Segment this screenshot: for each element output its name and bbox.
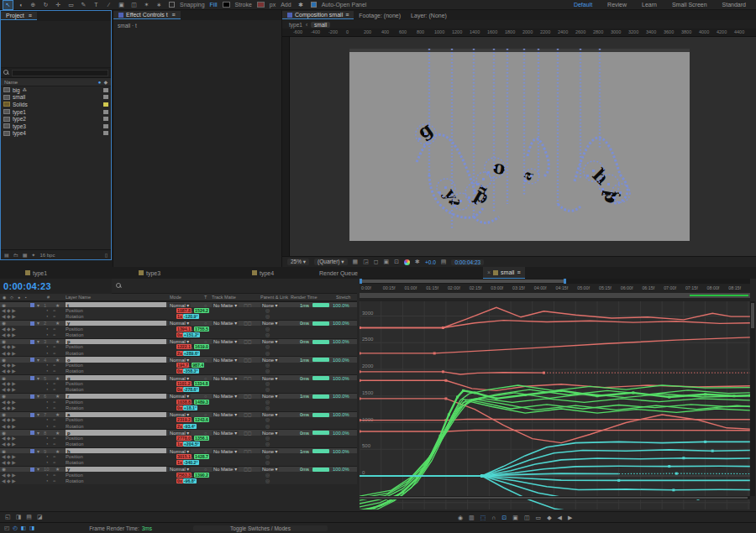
graph-include-icon[interactable]: ≈ — [53, 314, 60, 320]
graph-include-icon[interactable]: ≈ — [53, 472, 60, 478]
layer-row-4[interactable]: ◉▾4★oNormal ▾○No Matte ▾◻◻None ▾1ms100.0… — [0, 356, 357, 362]
column-header-stretch[interactable]: Stretch — [336, 295, 350, 300]
auto-open-checkbox[interactable] — [311, 2, 317, 8]
workspace-default[interactable]: Default — [574, 2, 592, 8]
snap-magnet-icon[interactable]: ∩ — [491, 515, 496, 520]
column-header-mode[interactable]: Mode — [170, 295, 181, 300]
rotation-values[interactable]: 1x+204.5° — [176, 442, 227, 447]
column-header-layername[interactable]: Layer Name — [66, 295, 91, 300]
label-color[interactable] — [30, 395, 34, 399]
rotation-values[interactable]: 0x-358.3° — [176, 368, 227, 374]
keyframe-nav[interactable]: ◀ ◆ ▶ — [2, 460, 18, 466]
pick-whip-icon[interactable]: ◎ — [265, 326, 272, 332]
project-search-input[interactable] — [12, 70, 108, 76]
property-label-rotation[interactable]: Rotation — [66, 368, 116, 374]
project-item-type1[interactable]: type1 — [1, 108, 111, 116]
property-label-position[interactable]: Position — [66, 472, 116, 478]
pick-whip-icon[interactable]: ◎ — [265, 417, 272, 423]
label-color[interactable] — [30, 413, 34, 417]
new-folder-icon[interactable]: 🗀 — [13, 253, 18, 258]
show-properties-icon[interactable]: ◉ — [458, 515, 463, 521]
status-icon-4[interactable]: ◨ — [29, 525, 34, 531]
status-icon-2[interactable]: ◴ — [13, 525, 18, 531]
stopwatch-icon[interactable]: ◔ — [45, 453, 51, 459]
graph-time-ruler[interactable]: 0:00f00:15f01:00f01:15f02:00f02:15f03:00… — [360, 279, 750, 301]
label-color[interactable] — [30, 376, 34, 380]
comp-canvas[interactable]: gytporahpy — [349, 49, 690, 241]
stopwatch-icon[interactable]: ◔ — [45, 314, 51, 320]
position-values[interactable]: 2778.0, 1356.1 — [176, 436, 227, 442]
frame-blending-icon[interactable]: ◪ — [37, 514, 43, 520]
layer-row-10[interactable]: ◉▾10★yNormal ▾○No Matte ▾◻◻None ▾0ms100.… — [0, 466, 357, 472]
column-header-rendertime[interactable]: Render Time — [291, 295, 318, 300]
position-values[interactable]: 1087.8, 1524.2 — [176, 307, 227, 313]
auto-zoom-icon[interactable]: ⬚ — [480, 515, 486, 521]
rotation-row-8[interactable]: ◀ ◆ ▶◔≈Rotation1x+204.5°◎ — [0, 442, 357, 447]
graph-include-icon[interactable]: ≈ — [53, 368, 60, 374]
comp-tab-2[interactable]: Layer: (None) — [406, 12, 452, 19]
position-values[interactable]: 1101.2, 1334.8 — [176, 380, 227, 386]
layer-row-9[interactable]: ◉▾9★hNormal ▾○No Matte ▾◻◻None ▾1ms100.0… — [0, 447, 357, 453]
stopwatch-icon[interactable]: ◔ — [45, 478, 51, 483]
keyframe-nav[interactable]: ◀ ◆ ▶ — [2, 368, 18, 374]
property-label-position[interactable]: Position — [66, 363, 116, 368]
adjust-icon[interactable]: ✦ — [31, 252, 35, 258]
property-label-position[interactable]: Position — [66, 417, 116, 423]
pick-whip-icon[interactable]: ◎ — [265, 314, 272, 320]
draft-3d-icon[interactable]: ◨ — [16, 514, 22, 520]
rotation-values[interactable]: 1x-340.2° — [176, 460, 227, 466]
stopwatch-icon[interactable]: ◔ — [45, 399, 51, 405]
workspace-standard[interactable]: Standard — [722, 2, 746, 8]
shy-layers-icon[interactable]: ▤ — [26, 514, 32, 520]
label-swatch[interactable] — [103, 110, 108, 114]
timeline-tab-small[interactable]: ×small≡ — [483, 267, 525, 279]
pick-whip-icon[interactable]: ◎ — [265, 307, 272, 313]
keyframe-nav[interactable]: ◀ ◆ ▶ — [2, 453, 18, 459]
pan-behind-tool-icon[interactable]: ✛ — [54, 1, 63, 9]
pick-whip-icon[interactable]: ◎ — [265, 380, 272, 386]
graph-include-icon[interactable]: ≈ — [53, 350, 60, 356]
hand-tool-icon[interactable]: ◖ — [16, 1, 25, 9]
property-label-position[interactable]: Position — [66, 344, 116, 350]
pick-whip-icon[interactable]: ◎ — [265, 387, 272, 393]
tab-project[interactable]: Project ≡ — [1, 12, 37, 20]
column-header-[interactable]: # — [47, 295, 50, 300]
keyframe-nav[interactable]: ◀ ◆ ▶ — [2, 363, 18, 368]
column-header-parentlink[interactable]: Parent & Link — [260, 295, 288, 300]
keyframe-nav[interactable]: ◀ ◆ ▶ — [2, 332, 18, 337]
property-label-rotation[interactable]: Rotation — [66, 460, 116, 466]
tab-effect-controls[interactable]: Effect Controls t ≡ — [113, 11, 181, 19]
pick-whip-icon[interactable]: ◎ — [265, 399, 272, 405]
keyframe-nav[interactable]: ◀ ◆ ▶ — [2, 442, 18, 447]
separate-dimensions-icon[interactable]: ◫ — [524, 515, 530, 521]
rotation-values[interactable]: 0x+151.2° — [176, 332, 227, 337]
fit-all-icon[interactable]: ▣ — [512, 515, 518, 521]
channel-color-icon[interactable] — [404, 259, 410, 265]
label-color[interactable] — [30, 358, 34, 362]
position-row-10[interactable]: ◀ ◆ ▶◔≈Position2563.3, 1390.2◎ — [0, 472, 357, 478]
position-row-4[interactable]: ◀ ◆ ▶◔≈Position194.7, 987.4◎ — [0, 363, 357, 368]
position-row-9[interactable]: ◀ ◆ ▶◔≈Position3015.1, 1428.7◎ — [0, 453, 357, 459]
project-item-big[interactable]: big⁂ — [1, 86, 111, 94]
project-item-type2[interactable]: type2 — [1, 115, 111, 123]
layer-row-2[interactable]: ◉▾2★yNormal ▾○No Matte ▾◻◻None ▾0ms100.0… — [0, 320, 357, 326]
timeline-tab-type1[interactable]: type1 — [21, 267, 51, 279]
grid-guides-icon[interactable]: ▦ — [353, 259, 359, 265]
layer-row-6[interactable]: ◉▾6★rNormal ▾○No Matte ▾◻◻None ▾1ms100.0… — [0, 393, 357, 399]
pick-whip-icon[interactable]: ◎ — [265, 363, 272, 368]
position-row-1[interactable]: ◀ ◆ ▶◔≈Position1087.8, 1524.2◎ — [0, 307, 357, 313]
pick-whip-icon[interactable]: ◎ — [265, 442, 272, 447]
fit-selection-icon[interactable]: ⊡ — [501, 515, 507, 521]
keyframe-nav[interactable]: ◀ ◆ ▶ — [2, 307, 18, 313]
close-icon[interactable]: × — [487, 269, 491, 275]
orbit-camera-tool-icon[interactable]: ↻ — [41, 1, 50, 9]
region-of-interest-icon[interactable]: ▣ — [384, 259, 390, 265]
rotation-row-6[interactable]: ◀ ◆ ▶◔≈Rotation0x+18.1°◎ — [0, 405, 357, 410]
comp-mini-flowchart-icon[interactable]: ◱ — [5, 514, 11, 520]
pen-tool-icon[interactable]: ✎ — [79, 1, 88, 9]
position-row-3[interactable]: ◀ ◆ ▶◔≈Position1222.1, 1619.0◎ — [0, 344, 357, 350]
keyframe-nav[interactable]: ◀ ◆ ▶ — [2, 436, 18, 442]
keyframe-nav[interactable]: ◀ ◆ ▶ — [2, 350, 18, 356]
ease-out-icon[interactable]: ▶ — [568, 515, 572, 521]
work-area-bar[interactable] — [360, 293, 750, 298]
